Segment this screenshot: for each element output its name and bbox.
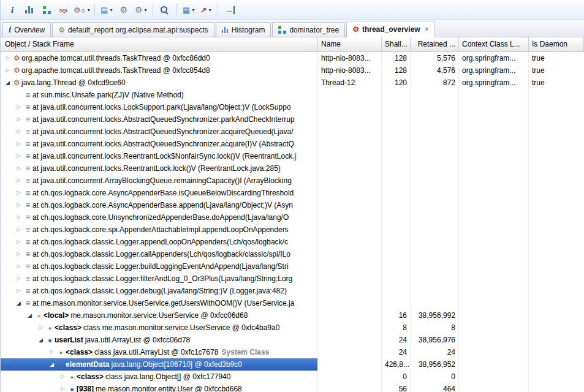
cell-object-stack-frame[interactable]: ◢ at me.mason.monitor.service.UserServic… (1, 297, 318, 309)
cell-object-stack-frame[interactable]: ◢ java.lang.Thread @ 0xfcd9ce60 (1, 77, 318, 89)
cell-object-stack-frame[interactable]: ▷ at java.util.concurrent.locks.Reentran… (1, 150, 318, 162)
cell-object-stack-frame[interactable]: ▷ org.apache.tomcat.util.threads.TaskThr… (1, 52, 318, 64)
table-row[interactable]: ◢ userList java.util.ArrayList @ 0xfcc06… (1, 334, 584, 346)
cell-object-stack-frame[interactable]: ▷ at ch.qos.logback.classic.Logger.debug… (1, 285, 318, 297)
column-header-is-daemon[interactable]: Is Daemon (529, 37, 584, 51)
cell-object-stack-frame[interactable]: ▷ at java.util.concurrent.locks.Abstract… (1, 138, 318, 150)
table-row[interactable]: ▷ at java.util.concurrent.locks.Abstract… (1, 126, 584, 138)
cell-object-stack-frame[interactable]: ▷ at ch.qos.logback.classic.Logger.callA… (1, 248, 318, 260)
table-row[interactable]: ▷ at ch.qos.logback.classic.Logger.callA… (1, 248, 584, 260)
cell-object-stack-frame[interactable]: ▷ at ch.qos.logback.classic.Logger.appen… (1, 236, 318, 248)
tab-thread-overview[interactable]: thread_overview × (346, 21, 435, 37)
cell-object-stack-frame[interactable]: ▷ at ch.qos.logback.classic.Logger.filte… (1, 273, 318, 285)
tree-expand-arrow-icon[interactable]: ◢ (36, 334, 45, 346)
table-row[interactable]: ▷ at ch.qos.logback.classic.Logger.debug… (1, 285, 584, 297)
tree-expand-arrow-icon[interactable]: ▷ (14, 273, 23, 285)
cell-object-stack-frame[interactable]: ◢ <local> me.mason.monitor.service.UserS… (1, 309, 318, 322)
tree-expand-arrow-icon[interactable]: ▷ (58, 383, 67, 392)
column-header-object-stack-frame[interactable]: Object / Stack Frame (1, 37, 318, 51)
tree-expand-arrow-icon[interactable]: ▷ (14, 199, 23, 211)
table-row[interactable]: ▷ at ch.qos.logback.classic.Logger.appen… (1, 236, 584, 248)
column-header-shallow-heap[interactable]: Shall... (382, 37, 411, 51)
cell-object-stack-frame[interactable]: ▷ <class> class me.mason.monitor.service… (1, 322, 318, 334)
column-header-retained-heap[interactable]: Retained ... (411, 37, 459, 51)
histogram-button[interactable] (21, 2, 37, 18)
cell-object-stack-frame[interactable]: ▷ at ch.qos.logback.core.AsyncAppenderBa… (1, 187, 318, 199)
tree-expand-arrow-icon[interactable]: ▷ (14, 101, 23, 113)
tree-expand-arrow-icon[interactable]: ▷ (36, 322, 45, 334)
table-row[interactable]: ▷ at ch.qos.logback.core.AsyncAppenderBa… (1, 187, 584, 199)
tree-expand-arrow-icon[interactable]: ▷ (14, 248, 23, 260)
tree-expand-arrow-icon[interactable]: ▷ (14, 126, 23, 138)
table-row[interactable]: ▷ at java.util.concurrent.locks.Abstract… (1, 138, 584, 150)
cell-object-stack-frame[interactable]: at sun.misc.Unsafe.park(ZJ)V (Native Met… (1, 89, 318, 101)
dropdown-caret-icon[interactable]: ▾ (209, 7, 211, 13)
tree-expand-arrow-icon[interactable]: ▷ (14, 113, 23, 126)
table-row[interactable]: ▷ <class> class java.util.ArrayList @ 0x… (1, 346, 584, 358)
search-button[interactable] (157, 2, 173, 18)
cell-object-stack-frame[interactable]: ▷ at ch.qos.logback.classic.Logger.build… (1, 260, 318, 273)
tree-expand-arrow-icon[interactable]: ◢ (47, 358, 56, 371)
tree-expand-arrow-icon[interactable]: ▷ (14, 138, 23, 150)
table-row[interactable]: ▷ [938] me.mason.monitor.entity.User @ 0… (1, 383, 584, 392)
table-row[interactable]: ▷ at ch.qos.logback.core.AsyncAppenderBa… (1, 199, 584, 211)
oql-button[interactable] (56, 2, 72, 18)
cell-object-stack-frame[interactable]: ▷ at java.util.concurrent.locks.Abstract… (1, 126, 318, 138)
heap-dump-history-button[interactable]: ▾ (99, 2, 115, 18)
cell-object-stack-frame[interactable]: ▷ at java.util.concurrent.locks.Abstract… (1, 113, 318, 126)
tree-expand-arrow-icon[interactable]: ▷ (14, 236, 23, 248)
column-header-context-classloader[interactable]: Context Class L... (459, 37, 529, 51)
dropdown-caret-icon[interactable]: ▾ (110, 7, 112, 13)
dropdown-caret-icon[interactable]: ▾ (145, 7, 147, 13)
overview-button[interactable] (4, 2, 20, 18)
cell-object-stack-frame[interactable]: ▷ <class> class java.util.ArrayList @ 0x… (1, 346, 318, 358)
chart-view-button[interactable]: ▾ (198, 2, 214, 18)
cell-object-stack-frame[interactable]: ▷ at ch.qos.logback.core.spi.AppenderAtt… (1, 224, 318, 236)
run-expert-report-button[interactable]: ▾ (73, 2, 91, 18)
tab-dominator-tree[interactable]: dominator_tree (272, 22, 345, 37)
table-row[interactable]: ◢ <local> me.mason.monitor.service.UserS… (1, 309, 584, 322)
table-row[interactable]: ▷ <class> class me.mason.monitor.service… (1, 322, 584, 334)
tab-overview[interactable]: Overview (2, 22, 51, 37)
run-report-button[interactable]: ▾ (133, 2, 149, 18)
tree-expand-arrow-icon[interactable]: ▷ (58, 371, 67, 383)
tree-expand-arrow-icon[interactable]: ▷ (14, 260, 23, 273)
tree-expand-arrow-icon[interactable]: ▷ (14, 211, 23, 224)
cell-object-stack-frame[interactable]: ▷ at ch.qos.logback.core.AsyncAppenderBa… (1, 199, 318, 211)
tree-expand-arrow-icon[interactable]: ▷ (14, 175, 23, 187)
table-row[interactable]: ▷ at java.util.concurrent.locks.Reentran… (1, 162, 584, 175)
table-row[interactable]: ▷ at java.util.concurrent.locks.Reentran… (1, 150, 584, 162)
cell-object-stack-frame[interactable]: ▷ at java.util.concurrent.ArrayBlockingQ… (1, 175, 318, 187)
tree-expand-arrow-icon[interactable]: ▷ (3, 52, 12, 64)
tab-histogram[interactable]: Histogram (216, 22, 271, 37)
tree-expand-arrow-icon[interactable]: ◢ (3, 77, 12, 89)
table-row[interactable]: at sun.misc.Unsafe.park(ZJ)V (Native Met… (1, 89, 584, 101)
acquire-heap-dump-button[interactable] (116, 2, 132, 18)
dropdown-caret-icon[interactable]: ▾ (88, 7, 90, 13)
tree-expand-arrow-icon[interactable]: ◢ (14, 297, 23, 309)
cell-object-stack-frame[interactable]: ▷ <class> class java.lang.Object[] @ 0xf… (1, 371, 318, 383)
column-header-name[interactable]: Name (318, 37, 382, 51)
tab-default-report[interactable]: default_report org.eclipse.mat.api:suspe… (52, 22, 214, 37)
tree-expand-arrow-icon[interactable]: ▷ (14, 162, 23, 175)
table-row[interactable]: ▷ at java.util.concurrent.locks.LockSupp… (1, 101, 584, 113)
cell-object-stack-frame[interactable]: ▷ at java.util.concurrent.locks.Reentran… (1, 162, 318, 175)
tree-expand-arrow-icon[interactable]: ▷ (47, 346, 56, 358)
tree-expand-arrow-icon[interactable]: ▷ (14, 224, 23, 236)
cell-object-stack-frame[interactable]: ◢ userList java.util.ArrayList @ 0xfcc06… (1, 334, 318, 346)
table-row[interactable]: ▷ org.apache.tomcat.util.threads.TaskThr… (1, 64, 584, 77)
cell-object-stack-frame[interactable]: ▷ at java.util.concurrent.locks.LockSupp… (1, 101, 318, 113)
table-row[interactable]: ▷ at java.util.concurrent.locks.Abstract… (1, 113, 584, 126)
table-row[interactable]: ▷ at ch.qos.logback.classic.Logger.filte… (1, 273, 584, 285)
dominator-tree-button[interactable] (39, 2, 55, 18)
table-row[interactable]: ▷ <class> class java.lang.Object[] @ 0xf… (1, 371, 584, 383)
table-row[interactable]: ▷ at ch.qos.logback.core.UnsynchronizedA… (1, 211, 584, 224)
table-row[interactable]: ◢ elementData java.lang.Object[106710] @… (1, 358, 584, 371)
table-row[interactable]: ▷ at ch.qos.logback.classic.Logger.build… (1, 260, 584, 273)
table-view-button[interactable]: ▾ (181, 2, 197, 18)
tree-expand-arrow-icon[interactable]: ▷ (14, 285, 23, 297)
table-row[interactable]: ◢ java.lang.Thread @ 0xfcd9ce60 Thread-1… (1, 77, 584, 89)
table-row[interactable]: ▷ org.apache.tomcat.util.threads.TaskThr… (1, 52, 584, 64)
cell-object-stack-frame[interactable]: ▷ [938] me.mason.monitor.entity.User @ 0… (1, 383, 318, 392)
cell-object-stack-frame[interactable]: ◢ elementData java.lang.Object[106710] @… (1, 358, 318, 371)
